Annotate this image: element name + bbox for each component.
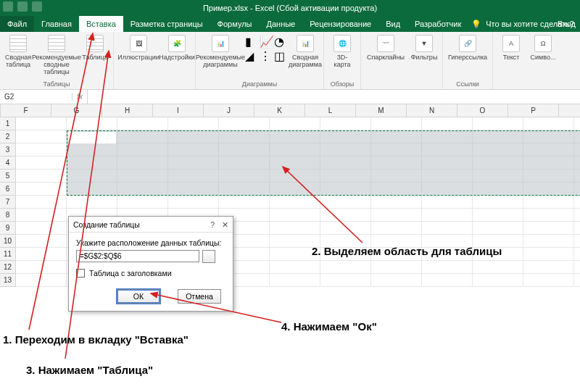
cell[interactable]	[473, 117, 523, 130]
row-header[interactable]: 2	[0, 130, 16, 143]
redo-icon[interactable]	[32, 1, 42, 12]
col-header[interactable]: K	[254, 104, 305, 117]
headers-checkbox[interactable]: Таблица с заголовками	[76, 269, 225, 278]
tab-file[interactable]: Файл	[0, 16, 34, 32]
col-header[interactable]: H	[102, 104, 153, 117]
cell[interactable]	[574, 196, 580, 209]
col-header[interactable]: P	[508, 104, 559, 117]
row-header[interactable]: 4	[0, 157, 16, 170]
pivot-chart-button[interactable]: 📊Сводная диаграмма	[291, 35, 319, 68]
cell[interactable]	[16, 130, 67, 143]
cell[interactable]	[523, 248, 574, 261]
combo-chart-icon[interactable]: ◫	[274, 49, 287, 62]
col-header[interactable]: L	[305, 104, 356, 117]
cell[interactable]	[473, 222, 523, 235]
cell[interactable]	[16, 196, 67, 209]
cell[interactable]	[117, 196, 168, 209]
cell[interactable]	[16, 183, 67, 196]
cell[interactable]	[16, 235, 67, 248]
row-header[interactable]: 9	[0, 222, 16, 235]
cell[interactable]	[371, 274, 422, 287]
cell[interactable]	[270, 209, 320, 222]
range-input[interactable]: =$G$2:$Q$6	[76, 250, 199, 262]
cell[interactable]	[422, 222, 473, 235]
cell[interactable]	[371, 117, 422, 130]
cell[interactable]	[320, 196, 371, 209]
cell[interactable]	[168, 196, 219, 209]
cell[interactable]	[168, 117, 219, 130]
cell[interactable]	[16, 248, 67, 261]
cell[interactable]	[16, 261, 67, 274]
cell[interactable]	[422, 261, 473, 274]
bar-chart-icon[interactable]: ▮	[245, 35, 258, 48]
cell[interactable]	[16, 157, 67, 170]
cell[interactable]	[523, 222, 574, 235]
dialog-close-button[interactable]: ✕	[222, 220, 228, 229]
col-header[interactable]: O	[457, 104, 508, 117]
illustrations-button[interactable]: 🖼Иллюстрации	[118, 35, 159, 61]
cell[interactable]	[473, 274, 523, 287]
col-header[interactable]: I	[153, 104, 204, 117]
save-icon[interactable]	[3, 1, 13, 12]
cell[interactable]	[523, 235, 574, 248]
line-chart-icon[interactable]: 📈	[260, 35, 273, 48]
cell[interactable]	[574, 235, 580, 248]
cell[interactable]	[320, 274, 371, 287]
cell[interactable]	[270, 117, 320, 130]
dialog-help-button[interactable]: ?	[210, 220, 215, 229]
cell[interactable]	[523, 196, 574, 209]
recommended-pivot-button[interactable]: Рекомендуемые сводные таблицы	[36, 35, 77, 75]
row-header[interactable]: 6	[0, 183, 16, 196]
cell[interactable]	[473, 209, 523, 222]
cell[interactable]	[523, 117, 574, 130]
cell[interactable]	[270, 222, 320, 235]
cell[interactable]	[67, 117, 117, 130]
row-header[interactable]: 3	[0, 143, 16, 157]
tab-formulas[interactable]: Формулы	[210, 16, 260, 32]
cell[interactable]	[371, 196, 422, 209]
cell[interactable]	[371, 261, 422, 274]
hyperlink-button[interactable]: 🔗Гиперссылка	[447, 35, 488, 61]
cell[interactable]	[16, 222, 67, 235]
row-header[interactable]: 11	[0, 248, 16, 261]
cell[interactable]	[523, 274, 574, 287]
cell[interactable]	[422, 209, 473, 222]
name-box[interactable]: G2	[0, 93, 72, 101]
range-picker-button[interactable]	[202, 250, 215, 263]
formula-input[interactable]	[87, 90, 580, 104]
tab-review[interactable]: Рецензирование	[302, 16, 378, 32]
cell[interactable]	[422, 117, 473, 130]
sparklines-button[interactable]: 〰Спарклайны	[365, 35, 406, 61]
cell[interactable]	[320, 261, 371, 274]
row-header[interactable]: 8	[0, 209, 16, 222]
symbols-button[interactable]: ΩСимво...	[529, 35, 557, 61]
cell[interactable]	[574, 209, 580, 222]
col-header[interactable]: N	[407, 104, 457, 117]
cell[interactable]	[574, 261, 580, 274]
cell[interactable]	[523, 209, 574, 222]
row-header[interactable]: 10	[0, 235, 16, 248]
cell[interactable]	[320, 222, 371, 235]
recommended-charts-button[interactable]: 📊Рекомендуемые диаграммы	[200, 35, 241, 68]
tab-view[interactable]: Вид	[378, 16, 407, 32]
cell[interactable]	[219, 117, 270, 130]
table-button[interactable]: Таблица	[81, 35, 109, 61]
cell[interactable]	[16, 209, 67, 222]
cell[interactable]	[219, 196, 270, 209]
area-chart-icon[interactable]: ◢	[245, 49, 258, 62]
cell[interactable]	[16, 274, 67, 287]
cell[interactable]	[574, 274, 580, 287]
col-header[interactable]: J	[204, 104, 254, 117]
pivot-table-button[interactable]: Сводная таблица	[4, 35, 32, 68]
tab-home[interactable]: Главная	[34, 16, 79, 32]
cell[interactable]	[270, 274, 320, 287]
cell[interactable]	[320, 117, 371, 130]
cell[interactable]	[574, 248, 580, 261]
cell[interactable]	[422, 274, 473, 287]
cell[interactable]	[16, 143, 67, 157]
col-header[interactable]: G	[51, 104, 102, 117]
cell[interactable]	[320, 209, 371, 222]
row-header[interactable]: 7	[0, 196, 16, 209]
row-header[interactable]: 1	[0, 117, 16, 130]
cell[interactable]	[574, 222, 580, 235]
